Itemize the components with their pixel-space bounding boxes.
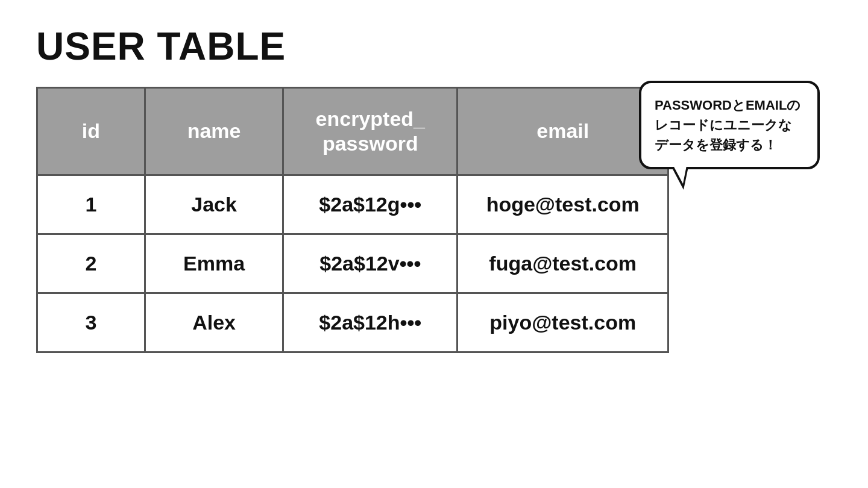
- cell-name-3: Alex: [145, 293, 283, 352]
- content-area: id name encrypted_password email 1 Jack …: [36, 87, 832, 353]
- speech-bubble-container: PASSWORDとEMAILのレコードにユニークなデータを登録する！: [639, 81, 820, 169]
- cell-name-1: Jack: [145, 175, 283, 234]
- cell-email-2: fuga@test.com: [458, 234, 668, 293]
- cell-email-1: hoge@test.com: [458, 175, 668, 234]
- table-row: 1 Jack $2a$12g••• hoge@test.com: [37, 175, 668, 234]
- table-row: 2 Emma $2a$12v••• fuga@test.com: [37, 234, 668, 293]
- cell-password-1: $2a$12g•••: [283, 175, 458, 234]
- cell-id-1: 1: [37, 175, 145, 234]
- table-header-row: id name encrypted_password email: [37, 88, 668, 175]
- column-header-email: email: [458, 88, 668, 175]
- page-title: USER TABLE: [36, 24, 832, 69]
- speech-bubble: PASSWORDとEMAILのレコードにユニークなデータを登録する！: [639, 81, 820, 169]
- cell-name-2: Emma: [145, 234, 283, 293]
- cell-password-2: $2a$12v•••: [283, 234, 458, 293]
- column-header-encrypted-password: encrypted_password: [283, 88, 458, 175]
- table-row: 3 Alex $2a$12h••• piyo@test.com: [37, 293, 668, 352]
- column-header-id: id: [37, 88, 145, 175]
- column-header-name: name: [145, 88, 283, 175]
- cell-id-2: 2: [37, 234, 145, 293]
- speech-bubble-text: PASSWORDとEMAILのレコードにユニークなデータを登録する！: [655, 98, 800, 152]
- cell-email-3: piyo@test.com: [458, 293, 668, 352]
- cell-password-3: $2a$12h•••: [283, 293, 458, 352]
- table-wrapper: id name encrypted_password email 1 Jack …: [36, 87, 669, 353]
- cell-id-3: 3: [37, 293, 145, 352]
- user-table: id name encrypted_password email 1 Jack …: [36, 87, 669, 353]
